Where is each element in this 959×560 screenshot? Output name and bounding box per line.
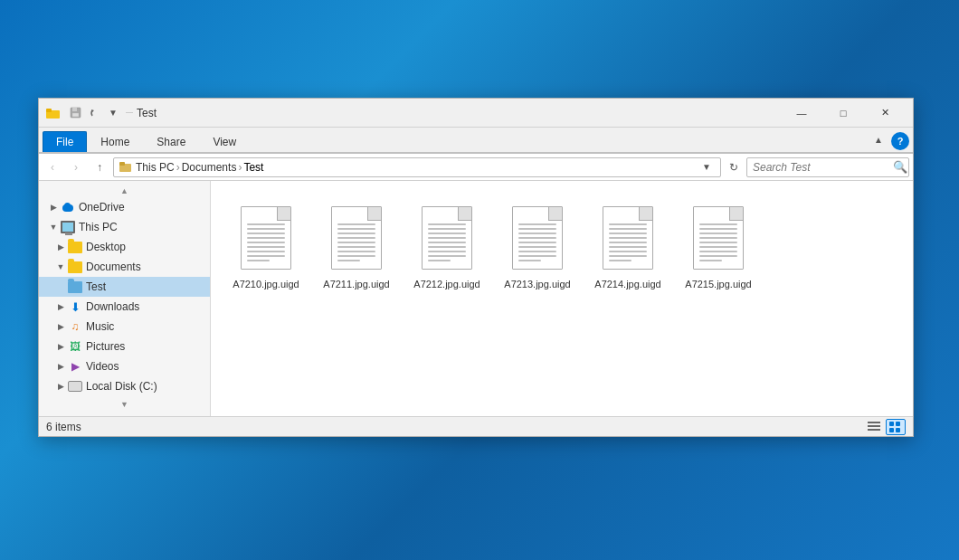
localdisk-icon bbox=[68, 379, 82, 394]
sidebar-item-downloads[interactable]: ▶ ⬇ Downloads bbox=[39, 297, 210, 317]
expand-documents[interactable]: ▼ bbox=[53, 257, 68, 277]
thispc-icon bbox=[61, 220, 75, 234]
file-icon-wrap bbox=[324, 202, 389, 274]
search-input[interactable] bbox=[753, 161, 889, 174]
music-icon: ♫ bbox=[68, 319, 82, 334]
tab-home[interactable]: Home bbox=[87, 131, 143, 152]
breadcrumb-thispc[interactable]: This PC bbox=[136, 161, 175, 174]
tab-file[interactable]: File bbox=[43, 131, 87, 152]
test-folder-icon bbox=[68, 280, 82, 294]
document-icon bbox=[693, 206, 744, 270]
tab-share[interactable]: Share bbox=[143, 131, 199, 152]
file-label: A7214.jpg.uigd bbox=[594, 278, 660, 290]
svg-rect-8 bbox=[868, 425, 880, 427]
search-field[interactable]: 🔍 bbox=[746, 157, 909, 177]
qa-undo-btn[interactable] bbox=[86, 105, 104, 121]
address-field[interactable]: This PC › Documents › Test ▼ bbox=[113, 157, 721, 177]
document-icon bbox=[422, 206, 472, 270]
expand-thispc[interactable]: ▼ bbox=[46, 217, 61, 237]
svg-rect-6 bbox=[119, 162, 125, 166]
view-large-btn[interactable] bbox=[886, 419, 906, 435]
sidebar-label-desktop: Desktop bbox=[86, 241, 126, 253]
sidebar-item-desktop[interactable]: ▶ Desktop bbox=[39, 237, 210, 257]
folder-address-icon bbox=[119, 161, 132, 174]
file-icon-wrap bbox=[686, 202, 751, 274]
address-dropdown-icon[interactable]: ▼ bbox=[702, 162, 715, 172]
sidebar-item-music[interactable]: ▶ ♫ Music bbox=[39, 317, 210, 337]
sidebar-label-pictures: Pictures bbox=[86, 340, 125, 353]
sidebar: ▲ ▶ OneDrive ▼ This PC bbox=[39, 181, 211, 416]
sidebar-item-pictures[interactable]: ▶ 🖼 Pictures bbox=[39, 337, 210, 356]
minimize-button[interactable]: — bbox=[781, 99, 822, 128]
main-content: ▲ ▶ OneDrive ▼ This PC bbox=[39, 181, 913, 416]
sidebar-item-localdisk[interactable]: ▶ Local Disk (C:) bbox=[39, 376, 210, 396]
breadcrumb-documents[interactable]: Documents bbox=[182, 161, 237, 174]
sidebar-label-downloads: Downloads bbox=[86, 300, 139, 313]
file-item[interactable]: A7213.jpg.uigd bbox=[497, 195, 578, 297]
scroll-up-btn[interactable]: ▲ bbox=[39, 185, 210, 197]
document-icon bbox=[603, 206, 653, 270]
ribbon-collapse-btn[interactable]: ▲ bbox=[869, 131, 888, 149]
file-icon-wrap bbox=[414, 202, 480, 274]
sidebar-item-test[interactable]: Test bbox=[39, 277, 210, 297]
expand-downloads[interactable]: ▶ bbox=[53, 297, 68, 317]
maximize-button[interactable]: □ bbox=[822, 99, 864, 128]
status-bar: 6 items bbox=[39, 416, 913, 436]
sidebar-item-thispc[interactable]: ▼ This PC bbox=[39, 217, 210, 237]
breadcrumb-test[interactable]: Test bbox=[243, 161, 263, 174]
onedrive-icon bbox=[61, 200, 75, 214]
svg-rect-1 bbox=[46, 109, 52, 112]
file-icon-wrap bbox=[595, 202, 660, 274]
help-button[interactable]: ? bbox=[891, 132, 909, 150]
file-item[interactable]: A7215.jpg.uigd bbox=[678, 195, 759, 297]
back-button[interactable]: ‹ bbox=[43, 157, 62, 177]
search-icon[interactable]: 🔍 bbox=[893, 160, 907, 174]
desktop-icon bbox=[68, 240, 82, 254]
expand-onedrive[interactable]: ▶ bbox=[46, 197, 61, 217]
refresh-button[interactable]: ↻ bbox=[725, 158, 743, 176]
svg-rect-13 bbox=[896, 428, 900, 432]
sidebar-label-videos: Videos bbox=[86, 360, 119, 373]
file-icon-wrap bbox=[233, 202, 299, 274]
forward-button[interactable]: › bbox=[66, 157, 86, 177]
svg-rect-3 bbox=[72, 108, 77, 111]
address-bar: ‹ › ↑ This PC › Documents › Test ▼ ↻ 🔍 bbox=[39, 154, 913, 181]
expand-videos[interactable]: ▶ bbox=[53, 356, 68, 376]
window: ▼ Test — □ ✕ File Home Share View ▲ ? ‹ … bbox=[38, 98, 914, 437]
sidebar-label-music: Music bbox=[86, 320, 114, 333]
svg-rect-11 bbox=[896, 422, 900, 426]
item-count: 6 items bbox=[46, 421, 864, 433]
file-item[interactable]: A7212.jpg.uigd bbox=[406, 195, 488, 297]
file-item[interactable]: A7210.jpg.uigd bbox=[225, 195, 307, 297]
expand-localdisk[interactable]: ▶ bbox=[53, 376, 68, 396]
sidebar-item-videos[interactable]: ▶ ▶ Videos bbox=[39, 356, 210, 376]
document-icon bbox=[512, 206, 563, 270]
sidebar-label-thispc: This PC bbox=[79, 221, 118, 233]
qa-expand-btn[interactable]: ▼ bbox=[104, 105, 122, 121]
ribbon: File Home Share View ▲ ? bbox=[39, 128, 913, 154]
sidebar-item-documents[interactable]: ▼ Documents bbox=[39, 257, 210, 277]
file-grid: A7210.jpg.uigd A72 bbox=[225, 195, 898, 297]
sidebar-label-localdisk: Local Disk (C:) bbox=[86, 380, 157, 393]
expand-desktop[interactable]: ▶ bbox=[53, 237, 68, 257]
up-button[interactable]: ↑ bbox=[90, 157, 109, 177]
pictures-icon: 🖼 bbox=[68, 339, 82, 354]
expand-pictures[interactable]: ▶ bbox=[53, 337, 68, 356]
sidebar-label-test: Test bbox=[86, 280, 106, 293]
expand-music[interactable]: ▶ bbox=[53, 317, 68, 337]
svg-rect-4 bbox=[72, 113, 79, 117]
svg-rect-12 bbox=[889, 428, 894, 432]
sidebar-item-onedrive[interactable]: ▶ OneDrive bbox=[39, 197, 210, 217]
videos-icon: ▶ bbox=[68, 359, 82, 374]
view-details-btn[interactable] bbox=[864, 419, 884, 435]
file-item[interactable]: A7211.jpg.uigd bbox=[316, 195, 397, 297]
svg-rect-10 bbox=[889, 422, 894, 426]
file-item[interactable]: A7214.jpg.uigd bbox=[587, 195, 669, 297]
title-bar: ▼ Test — □ ✕ bbox=[39, 99, 913, 128]
tab-view[interactable]: View bbox=[199, 131, 250, 152]
sidebar-label-documents: Documents bbox=[86, 261, 141, 273]
file-label: A7215.jpg.uigd bbox=[685, 278, 751, 290]
scroll-down-btn[interactable]: ▼ bbox=[39, 398, 210, 411]
qa-save-btn[interactable] bbox=[66, 105, 84, 121]
close-button[interactable]: ✕ bbox=[864, 99, 906, 128]
